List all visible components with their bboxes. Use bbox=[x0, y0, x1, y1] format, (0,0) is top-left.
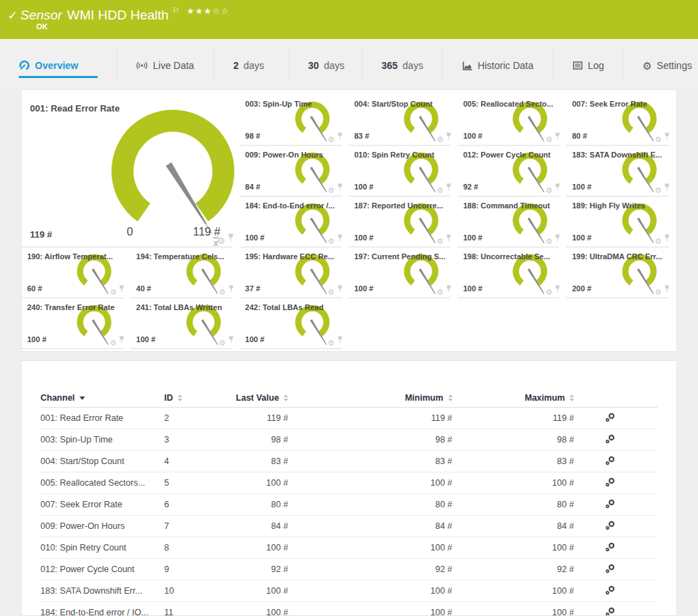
pin-icon[interactable] bbox=[119, 284, 125, 296]
channel-gear-icon[interactable]: ⚙ bbox=[655, 136, 662, 144]
pin-icon[interactable] bbox=[664, 233, 670, 245]
channel-gear-icon[interactable]: ⚙ bbox=[546, 288, 553, 296]
pin-icon[interactable] bbox=[664, 182, 670, 194]
pin-icon[interactable] bbox=[446, 182, 452, 194]
channel-gear-icon[interactable]: ⚙ bbox=[328, 187, 335, 194]
channel-gear-icon[interactable]: ⚙ bbox=[546, 136, 553, 144]
priority-flag-icon[interactable]: ⚐ bbox=[172, 6, 180, 15]
channel-gear-icon[interactable]: ⚙ bbox=[437, 238, 443, 245]
pin-icon[interactable] bbox=[446, 284, 452, 296]
channel-name-cell[interactable]: 010: Spin Retry Count bbox=[40, 543, 165, 553]
pin-icon[interactable] bbox=[337, 233, 343, 245]
channel-gear-icon[interactable]: ⚙ bbox=[437, 136, 443, 144]
channel-settings-gears-icon[interactable] bbox=[605, 456, 616, 468]
channel-gauge-cell[interactable]: 240: Transfer Error Rate 100 # ⚙ bbox=[22, 298, 130, 349]
channel-gear-icon[interactable]: ⚙ bbox=[437, 187, 443, 194]
pin-icon[interactable] bbox=[446, 233, 452, 245]
tab-historic-data[interactable]: Historic Data bbox=[453, 55, 542, 78]
primary-channel-gauge[interactable]: 001: Read Error Rate x 0 119 # 119 # ⚙ bbox=[22, 95, 240, 247]
channel-gauge-cell[interactable]: 198: Uncorrectable Se... 100 # ⚙ bbox=[457, 247, 566, 298]
channel-gauge-cell[interactable]: 190: Airflow Temperat... 60 # ⚙ bbox=[22, 247, 130, 298]
channel-gauge-cell[interactable]: 007: Seek Error Rate 80 # ⚙ bbox=[566, 95, 675, 146]
favorite-stars[interactable]: ★★★☆☆ bbox=[187, 6, 229, 16]
pin-icon[interactable] bbox=[228, 334, 234, 347]
channel-gear-icon[interactable]: ⚙ bbox=[328, 288, 335, 296]
stars-empty[interactable]: ☆☆ bbox=[212, 6, 229, 16]
channel-name-cell[interactable]: 184: End-to-End error / IO... bbox=[40, 608, 165, 616]
pin-icon[interactable] bbox=[228, 284, 234, 296]
channel-gauge-cell[interactable]: 241: Total LBAs Written 100 # ⚙ bbox=[130, 298, 239, 349]
pin-icon[interactable] bbox=[337, 131, 343, 144]
channel-gear-icon[interactable]: ⚙ bbox=[219, 339, 226, 347]
channel-gauge-cell[interactable]: 012: Power Cycle Count 92 # ⚙ bbox=[457, 146, 566, 197]
column-header-id[interactable]: ID bbox=[165, 393, 206, 403]
channel-gauge-cell[interactable]: 187: Reported Uncorre... 100 # ⚙ bbox=[349, 197, 457, 247]
channel-gear-icon[interactable]: ⚙ bbox=[109, 339, 116, 347]
channel-gear-icon[interactable]: ⚙ bbox=[219, 288, 226, 296]
channel-name-cell[interactable]: 012: Power Cycle Count bbox=[40, 564, 165, 574]
tab-log[interactable]: Log bbox=[564, 55, 612, 78]
tab-365-days[interactable]: 365 days bbox=[373, 55, 432, 78]
channel-name-cell[interactable]: 009: Power-On Hours bbox=[40, 521, 165, 531]
channel-gear-icon[interactable]: ⚙ bbox=[546, 238, 553, 245]
column-header-channel[interactable]: Channel bbox=[40, 393, 165, 403]
channel-settings-gears-icon[interactable] bbox=[605, 564, 616, 576]
pin-icon[interactable] bbox=[337, 334, 343, 347]
pin-icon[interactable] bbox=[227, 233, 234, 245]
channel-gauge-cell[interactable]: 242: Total LBAs Read 100 # ⚙ bbox=[240, 298, 349, 349]
pin-icon[interactable] bbox=[664, 131, 670, 144]
tab-live-data[interactable]: Live Data bbox=[128, 55, 202, 78]
pin-icon[interactable] bbox=[446, 131, 452, 144]
channel-gear-icon[interactable]: ⚙ bbox=[546, 187, 553, 194]
tab-settings[interactable]: ⚙ Settings bbox=[634, 55, 698, 78]
channel-gauge-cell[interactable]: 199: UltraDMA CRC Err... 200 # ⚙ bbox=[566, 247, 675, 298]
pin-icon[interactable] bbox=[554, 284, 561, 296]
channel-settings-gears-icon[interactable] bbox=[605, 477, 616, 489]
channel-gear-icon[interactable]: ⚙ bbox=[328, 136, 335, 144]
channel-gauge-cell[interactable]: 195: Hardware ECC Re... 37 # ⚙ bbox=[240, 247, 349, 298]
channel-gear-icon[interactable]: ⚙ bbox=[109, 288, 116, 296]
channel-name-cell[interactable]: 004: Start/Stop Count bbox=[40, 456, 165, 466]
channel-gauge-cell[interactable]: 183: SATA Downshift E... 100 # ⚙ bbox=[566, 146, 675, 197]
channel-gauge-cell[interactable]: 197: Current Pending S... 100 # ⚙ bbox=[349, 247, 457, 298]
channel-settings-gears-icon[interactable] bbox=[605, 434, 616, 446]
channel-gauge-cell[interactable]: 005: Reallocated Secto... 100 # ⚙ bbox=[457, 95, 566, 146]
tab-30-days[interactable]: 30 days bbox=[300, 55, 353, 78]
pin-icon[interactable] bbox=[337, 284, 343, 296]
channel-name-cell[interactable]: 007: Seek Error Rate bbox=[40, 500, 165, 509]
channel-settings-gears-icon[interactable] bbox=[605, 413, 616, 424]
column-header-maximum[interactable]: Maximum bbox=[453, 393, 575, 403]
channel-gear-icon[interactable]: ⚙ bbox=[655, 288, 662, 296]
pin-icon[interactable] bbox=[664, 284, 670, 296]
channel-gauge-cell[interactable]: 004: Start/Stop Count 83 # ⚙ bbox=[349, 95, 457, 146]
pin-icon[interactable] bbox=[554, 131, 561, 144]
channel-gear-icon[interactable]: ⚙ bbox=[655, 187, 662, 194]
channel-gauge-cell[interactable]: 188: Command Timeout 100 # ⚙ bbox=[457, 197, 566, 247]
column-header-last-value[interactable]: Last Value bbox=[206, 393, 288, 403]
channel-settings-gears-icon[interactable] bbox=[605, 607, 616, 616]
channel-name-cell[interactable]: 183: SATA Downshift Err... bbox=[40, 586, 165, 596]
channel-gauge-cell[interactable]: 194: Temperature Cels... 40 # ⚙ bbox=[130, 247, 239, 298]
channel-gear-icon[interactable]: ⚙ bbox=[328, 339, 335, 347]
channel-gear-icon[interactable]: ⚙ bbox=[328, 238, 335, 245]
channel-settings-gears-icon[interactable] bbox=[605, 585, 616, 597]
pin-icon[interactable] bbox=[337, 182, 343, 194]
channel-gauge-cell[interactable]: 184: End-to-End error /... 100 # ⚙ bbox=[240, 197, 349, 247]
channel-name-cell[interactable]: 003: Spin-Up Time bbox=[40, 435, 165, 445]
channel-settings-gears-icon[interactable] bbox=[605, 521, 616, 532]
tab-2-days[interactable]: 2 days bbox=[225, 55, 272, 78]
channel-name-cell[interactable]: 001: Read Error Rate bbox=[40, 413, 165, 423]
channel-gauge-cell[interactable]: 010: Spin Retry Count 100 # ⚙ bbox=[349, 146, 457, 197]
channel-gauge-cell[interactable]: 189: High Fly Writes 100 # ⚙ bbox=[566, 197, 675, 247]
channel-settings-gears-icon[interactable] bbox=[605, 499, 616, 511]
pin-icon[interactable] bbox=[119, 334, 125, 347]
channel-name-cell[interactable]: 005: Reallocated Sectors... bbox=[40, 478, 165, 488]
pin-icon[interactable] bbox=[554, 233, 561, 245]
column-header-minimum[interactable]: Minimum bbox=[288, 393, 452, 403]
stars-filled[interactable]: ★★★ bbox=[187, 6, 213, 16]
channel-gear-icon[interactable]: ⚙ bbox=[217, 236, 225, 245]
channel-gauge-cell[interactable]: 003: Spin-Up Time 98 # ⚙ bbox=[240, 95, 349, 146]
tab-overview[interactable]: Overview bbox=[19, 55, 98, 78]
channel-gear-icon[interactable]: ⚙ bbox=[437, 288, 443, 296]
channel-gear-icon[interactable]: ⚙ bbox=[655, 238, 662, 245]
